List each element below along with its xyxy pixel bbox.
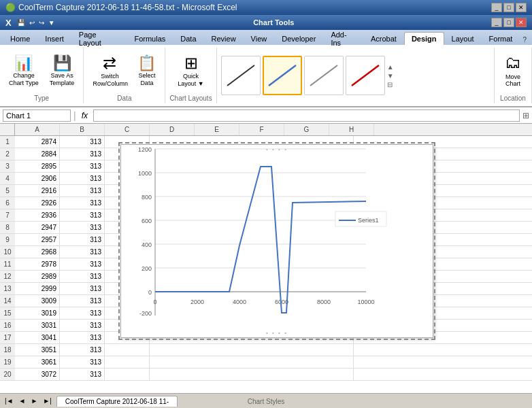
cell-b16[interactable]: 313 (60, 320, 105, 331)
cell-a2[interactable]: 2884 (15, 148, 60, 160)
save-as-template-btn[interactable]: 💾 Save AsTemplate (45, 50, 80, 92)
cell-a13[interactable]: 2999 (15, 283, 60, 294)
cell-b7[interactable]: 313 (60, 209, 105, 221)
cell-a1[interactable]: 2874 (15, 136, 60, 148)
chart-style-3[interactable] (304, 56, 344, 95)
cell-b4[interactable]: 313 (60, 173, 105, 184)
chart-style-2[interactable] (263, 56, 302, 95)
cell-a15[interactable]: 3019 (15, 307, 60, 319)
fx-button[interactable]: fx (79, 111, 90, 120)
sheet-nav-first[interactable]: |◄ (3, 397, 16, 405)
tab-review[interactable]: Review (204, 32, 244, 45)
sheet-nav-next[interactable]: ► (29, 397, 39, 405)
cell-a17[interactable]: 3041 (15, 332, 60, 343)
chart-style-1[interactable] (221, 56, 261, 95)
chart-style-scroll[interactable]: ▲ ▼ ⊟ (387, 63, 394, 88)
col-header-f[interactable]: F (239, 124, 284, 135)
cell-b6[interactable]: 313 (60, 197, 105, 209)
col-header-c[interactable]: C (105, 124, 150, 135)
close-btn[interactable]: ✕ (516, 3, 527, 12)
cell-b20[interactable]: 313 (60, 369, 105, 380)
maximize-btn[interactable]: □ (503, 3, 514, 12)
cell-b14[interactable]: 313 (60, 295, 105, 307)
name-box[interactable] (3, 109, 71, 122)
cell-a16[interactable]: 3031 (15, 320, 60, 331)
cell-c20[interactable] (105, 369, 150, 380)
cell-b9[interactable]: 313 (60, 234, 105, 245)
cell-d20[interactable] (150, 369, 354, 380)
cell-d19[interactable] (150, 356, 354, 368)
scroll-expand-arrow[interactable]: ⊟ (387, 81, 394, 88)
tab-add-ins[interactable]: Add-Ins (323, 32, 363, 45)
tab-format[interactable]: Format (482, 32, 520, 45)
undo-btn[interactable]: ↩ (28, 18, 36, 27)
ribbon-close-btn[interactable]: ✕ (516, 18, 527, 27)
cell-a8[interactable]: 2947 (15, 222, 60, 233)
title-bar-controls[interactable]: _ □ ✕ (491, 3, 527, 12)
tab-layout[interactable]: Layout (444, 32, 482, 45)
col-header-b[interactable]: B (60, 124, 105, 135)
cell-b15[interactable]: 313 (60, 307, 105, 319)
col-header-a[interactable]: A (15, 124, 60, 135)
col-header-d[interactable]: D (150, 124, 195, 135)
quick-layout-btn[interactable]: ⊞ QuickLayout ▼ (173, 50, 208, 92)
col-header-e[interactable]: E (195, 124, 239, 135)
sheet-nav-prev[interactable]: ◄ (17, 397, 28, 405)
ribbon-minimize-btn[interactable]: _ (491, 18, 502, 27)
window-controls[interactable]: _ □ ✕ (491, 18, 527, 27)
cell-a3[interactable]: 2895 (15, 160, 60, 172)
formula-input[interactable] (93, 109, 520, 122)
cell-a12[interactable]: 2989 (15, 271, 60, 282)
cell-a7[interactable]: 2936 (15, 209, 60, 221)
tab-design[interactable]: Design (404, 32, 444, 45)
cell-b18[interactable]: 313 (60, 344, 105, 356)
cell-c18[interactable] (105, 344, 150, 356)
cell-b10[interactable]: 313 (60, 246, 105, 258)
cell-a4[interactable]: 2906 (15, 173, 60, 184)
tab-acrobat[interactable]: Acrobat (363, 32, 404, 45)
expand-formula-btn[interactable]: ⊞ (522, 111, 529, 120)
tab-formulas[interactable]: Formulas (127, 32, 173, 45)
tab-page-layout[interactable]: Page Layout (71, 32, 127, 45)
tab-insert[interactable]: Insert (37, 32, 71, 45)
qa-dropdown-btn[interactable]: ▼ (47, 18, 56, 27)
cell-b13[interactable]: 313 (60, 283, 105, 294)
minimize-btn[interactable]: _ (491, 3, 502, 12)
switch-row-column-btn[interactable]: ⇄ SwitchRow/Column (88, 50, 131, 92)
cell-b11[interactable]: 313 (60, 258, 105, 270)
cell-a10[interactable]: 2968 (15, 246, 60, 258)
cell-a20[interactable]: 3072 (15, 369, 60, 380)
cell-c19[interactable] (105, 356, 150, 368)
cell-b5[interactable]: 313 (60, 185, 105, 197)
cell-d18[interactable] (150, 344, 354, 356)
change-chart-type-btn[interactable]: 📊 ChangeChart Type (4, 50, 44, 92)
cell-a11[interactable]: 2978 (15, 258, 60, 270)
cell-a19[interactable]: 3061 (15, 356, 60, 368)
redo-btn[interactable]: ↪ (37, 18, 46, 27)
cell-b1[interactable]: 313 (60, 136, 105, 148)
cell-b17[interactable]: 313 (60, 332, 105, 343)
cell-a5[interactable]: 2916 (15, 185, 60, 197)
move-chart-btn[interactable]: 🗂 MoveChart (499, 50, 527, 92)
scroll-down-arrow[interactable]: ▼ (387, 72, 394, 80)
tab-home[interactable]: Home (3, 32, 37, 45)
cell-b12[interactable]: 313 (60, 271, 105, 282)
chart-container[interactable]: • • • • • • • • 1200 (120, 144, 433, 338)
save-quick-btn[interactable]: 💾 (16, 18, 27, 27)
ribbon-restore-btn[interactable]: □ (503, 18, 514, 27)
cell-a6[interactable]: 2926 (15, 197, 60, 209)
tab-data[interactable]: Data (173, 32, 203, 45)
select-data-btn[interactable]: 📋 SelectData (133, 50, 161, 92)
cell-b2[interactable]: 313 (60, 148, 105, 160)
cell-b3[interactable]: 313 (60, 160, 105, 172)
col-header-h[interactable]: H (329, 124, 374, 135)
cell-a18[interactable]: 3051 (15, 344, 60, 356)
chart-style-4[interactable] (346, 56, 385, 95)
help-btn[interactable]: ? (520, 35, 529, 45)
sheet-nav-last[interactable]: ►| (41, 397, 54, 405)
sheet-tab-1[interactable]: CoolTerm Capture 2012-06-18 11- (56, 396, 178, 407)
cell-a14[interactable]: 3009 (15, 295, 60, 307)
cell-b8[interactable]: 313 (60, 222, 105, 233)
cell-a9[interactable]: 2957 (15, 234, 60, 245)
tab-view[interactable]: View (244, 32, 275, 45)
